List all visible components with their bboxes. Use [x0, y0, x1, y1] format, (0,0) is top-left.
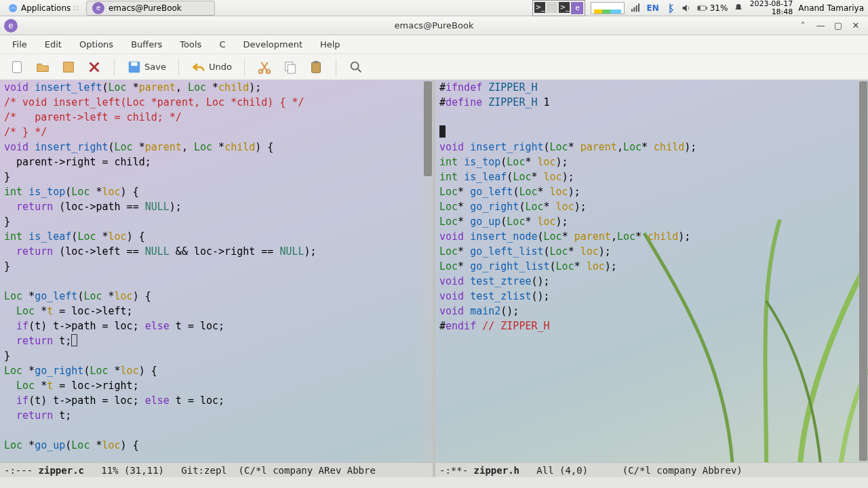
applications-label: Applications: [21, 3, 71, 13]
menu-help[interactable]: Help: [312, 37, 349, 52]
date-label: 2023-08-17: [749, 0, 793, 8]
toolbar: Save Undo: [0, 54, 868, 80]
right-code-area[interactable]: #ifndef ZIPPER_H #define ZIPPER_H 1 void…: [435, 80, 868, 462]
dired-button[interactable]: [61, 60, 76, 75]
svg-rect-4: [13, 61, 22, 73]
left-modeline[interactable]: -:--- zipper.c 11% (31,11) Git:zepl (C/*…: [0, 462, 433, 477]
menu-options[interactable]: Options: [71, 37, 121, 52]
right-scrollbar[interactable]: [859, 80, 868, 462]
applications-menu[interactable]: Applications ∷: [3, 1, 83, 16]
right-pane: #ifndef ZIPPER_H #define ZIPPER_H 1 void…: [433, 80, 868, 477]
right-modeline[interactable]: -:**- zipper.h All (4,0) (C/*l company A…: [435, 462, 868, 477]
right-code: #ifndef ZIPPER_H #define ZIPPER_H 1 void…: [435, 80, 868, 333]
svg-point-14: [351, 62, 359, 69]
open-file-button[interactable]: [35, 60, 50, 75]
svg-rect-12: [311, 62, 320, 73]
svg-point-0: [9, 4, 17, 12]
workspace-terminal-icon-2: >_: [559, 2, 570, 13]
save-label: Save: [144, 62, 166, 72]
notifications-icon[interactable]: [733, 3, 744, 14]
volume-icon[interactable]: [681, 3, 692, 14]
toolbar-separator: [114, 58, 115, 76]
menu-c[interactable]: C: [211, 37, 233, 52]
svg-rect-5: [64, 62, 74, 72]
emacs-icon: e: [92, 2, 104, 14]
taskbar-item-emacs[interactable]: e emacs@PureBook: [86, 1, 215, 16]
task-title: emacs@PureBook: [108, 3, 182, 13]
menu-edit[interactable]: Edit: [37, 37, 70, 52]
workspace-switcher[interactable]: >_ >_ e: [532, 0, 585, 16]
right-mode-info: All (4,0) (C/*l company Abbrev): [519, 465, 743, 476]
new-file-button[interactable]: [9, 60, 24, 75]
network-icon[interactable]: [630, 3, 641, 14]
xfce-icon: [7, 3, 18, 14]
undo-label: Undo: [209, 62, 232, 72]
system-monitor[interactable]: [591, 2, 625, 14]
kill-buffer-button[interactable]: [87, 60, 102, 75]
menu-buffers[interactable]: Buffers: [123, 37, 170, 52]
undo-button[interactable]: Undo: [191, 60, 232, 75]
toolbar-separator: [178, 58, 179, 76]
svg-rect-11: [288, 64, 295, 73]
toolbar-separator: [336, 58, 336, 76]
user-name[interactable]: Anand Tamariya: [798, 3, 864, 13]
menu-handle-icon: ∷: [73, 3, 79, 13]
paste-button[interactable]: [309, 60, 323, 75]
titlebar[interactable]: e emacs@PureBook ˄ — ▢ ✕: [0, 16, 868, 35]
cursor-solid: [439, 125, 446, 138]
editor-area: void insert_left(Loc *parent, Loc *child…: [0, 80, 868, 477]
cut-button[interactable]: [257, 60, 272, 75]
time-label: 18:48: [749, 8, 793, 16]
window-title: emacs@PureBook: [0, 20, 868, 30]
left-code: void insert_left(Loc *parent, Loc *child…: [0, 80, 433, 453]
bluetooth-icon[interactable]: [665, 3, 675, 14]
battery-icon: [697, 3, 708, 14]
workspace-emacs-icon: e: [571, 2, 583, 14]
svg-point-8: [259, 69, 263, 73]
menubar: File Edit Options Buffers Tools C Develo…: [0, 35, 868, 54]
emacs-window: e emacs@PureBook ˄ — ▢ ✕ File Edit Optio…: [0, 16, 868, 488]
svg-rect-2: [698, 6, 700, 9]
svg-rect-3: [706, 7, 707, 9]
save-button[interactable]: Save: [127, 60, 166, 75]
menu-file[interactable]: File: [4, 37, 35, 52]
cursor-hollow: [71, 334, 77, 346]
menu-development[interactable]: Development: [235, 37, 311, 52]
left-mode-info: 11% (31,11) Git:zepl (C/*l company ARev …: [84, 465, 376, 476]
menu-tools[interactable]: Tools: [172, 37, 210, 52]
right-buffer-name: zipper.h: [474, 465, 519, 476]
system-panel: Applications ∷ e emacs@PureBook >_ >_ e …: [0, 0, 868, 16]
minibuffer[interactable]: [0, 477, 868, 488]
svg-rect-7: [131, 62, 137, 66]
svg-rect-13: [314, 60, 318, 63]
clock[interactable]: 2023-08-17 18:48: [749, 0, 793, 16]
left-scrollbar[interactable]: [423, 80, 433, 462]
copy-button[interactable]: [283, 60, 298, 75]
svg-point-9: [267, 69, 271, 73]
left-buffer-name: zipper.c: [39, 465, 84, 476]
left-pane: void insert_left(Loc *parent, Loc *child…: [0, 80, 433, 477]
battery-indicator[interactable]: 31%: [697, 3, 728, 14]
keyboard-layout[interactable]: EN: [646, 3, 658, 13]
search-button[interactable]: [349, 60, 363, 75]
workspace-terminal-icon: >_: [534, 2, 545, 13]
left-code-area[interactable]: void insert_left(Loc *parent, Loc *child…: [0, 80, 433, 462]
battery-percent: 31%: [710, 3, 728, 13]
toolbar-separator: [244, 58, 245, 76]
workspace-2[interactable]: [547, 2, 557, 13]
